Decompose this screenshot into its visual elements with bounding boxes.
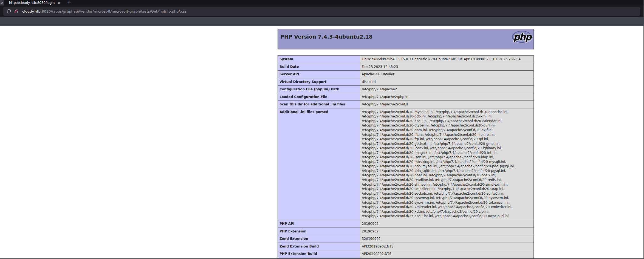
cutoff-close-button[interactable]: × [0, 0, 4, 5]
browser-window: × http://cloudy.htb:8080/login × + cloud [0, 0, 644, 259]
php-info-label: Build Date [278, 63, 360, 71]
shield-icon[interactable] [7, 9, 11, 14]
php-info-value: disabled [360, 78, 534, 86]
php-info-value: Linux c486d9925b40 5.15.0-71-generic #78… [360, 56, 534, 63]
php-info-label: Scan this dir for additional .ini files [278, 101, 360, 108]
php-info-value: /etc/php/7.4/apache2/conf.d [360, 101, 534, 108]
url-domain: cloudy.htb [22, 9, 41, 13]
php-info-row: Scan this dir for additional .ini files/… [278, 101, 534, 108]
php-info-row: Virtual Directory Supportdisabled [278, 78, 534, 86]
php-info-row: Additional .ini files parsed/etc/php/7.4… [278, 108, 534, 220]
insecure-lock-icon[interactable] [14, 9, 18, 13]
php-info-value: 320190902 [360, 235, 534, 243]
php-info-value: Feb 23 2023 12:43:23 [360, 63, 534, 71]
php-info-value: Apache 2.0 Handler [360, 71, 534, 78]
php-logo-text: php [513, 31, 532, 42]
php-info-row: Loaded Configuration File/etc/php/7.4/ap… [278, 93, 534, 101]
php-info-label: Loaded Configuration File [278, 93, 360, 101]
url-path: :8080//apps/graphapi/vendor/microsoft/mi… [41, 9, 187, 13]
php-info-value: API20190902,NTS [360, 250, 534, 258]
php-info-value: no [360, 258, 534, 258]
bookmarks-bar [0, 17, 643, 26]
php-info-row: SystemLinux c486d9925b40 5.15.0-71-gener… [278, 56, 534, 63]
php-info-label: Virtual Directory Support [278, 78, 360, 86]
php-info-row: PHP Extension20190902 [278, 228, 534, 235]
phpinfo-content: PHP Version 7.4.3-4ubuntu2.18 php System… [278, 26, 534, 258]
tab-close-button[interactable]: × [57, 1, 60, 5]
php-info-value: /etc/php/7.4/apache2 [360, 86, 534, 93]
php-info-value: /etc/php/7.4/apache2/conf.d/10-mysqlnd.i… [360, 108, 534, 220]
close-icon: × [1, 1, 4, 5]
navigation-toolbar: cloudy.htb:8080//apps/graphapi/vendor/mi… [0, 5, 643, 17]
php-info-value: API320190902,NTS [360, 243, 534, 250]
php-info-label: Zend Extension [278, 235, 360, 243]
php-info-value: 20190902 [360, 228, 534, 235]
php-info-label: PHP Extension Build [278, 250, 360, 258]
php-info-value: /etc/php/7.4/apache2/php.ini [360, 93, 534, 101]
new-tab-button[interactable]: + [67, 1, 71, 5]
php-logo[interactable]: php [512, 30, 533, 44]
php-info-label: Additional .ini files parsed [278, 108, 360, 220]
url-text: cloudy.htb:8080//apps/graphapi/vendor/mi… [22, 9, 187, 13]
php-info-row: Debug Buildno [278, 258, 534, 258]
url-input[interactable]: cloudy.htb:8080//apps/graphapi/vendor/mi… [3, 7, 640, 16]
active-tab[interactable]: http://cloudy.htb:8080/login × [4, 0, 60, 5]
php-info-row: Zend Extension320190902 [278, 235, 534, 243]
page-title: PHP Version 7.4.3-4ubuntu2.18 [280, 34, 533, 40]
php-info-row: Build DateFeb 23 2023 12:43:23 [278, 63, 534, 71]
page-content: PHP Version 7.4.3-4ubuntu2.18 php System… [0, 26, 643, 258]
php-info-value: 20190902 [360, 220, 534, 228]
php-info-label: Configuration File (php.ini) Path [278, 86, 360, 93]
php-info-row: PHP Extension BuildAPI20190902,NTS [278, 250, 534, 258]
php-info-table: SystemLinux c486d9925b40 5.15.0-71-gener… [278, 55, 534, 258]
php-info-label: Zend Extension Build [278, 243, 360, 250]
php-info-row: Configuration File (php.ini) Path/etc/ph… [278, 86, 534, 93]
phpinfo-header: PHP Version 7.4.3-4ubuntu2.18 php [278, 29, 534, 49]
tab-title: http://cloudy.htb:8080/login [9, 1, 55, 5]
php-info-row: Server APIApache 2.0 Handler [278, 71, 534, 78]
php-info-row: Zend Extension BuildAPI320190902,NTS [278, 243, 534, 250]
php-info-label: PHP Extension [278, 228, 360, 235]
php-info-label: PHP API [278, 220, 360, 228]
php-info-label: System [278, 56, 360, 63]
php-info-label: Debug Build [278, 258, 360, 258]
php-info-label: Server API [278, 71, 360, 78]
tab-bar: × http://cloudy.htb:8080/login × + [0, 0, 643, 5]
php-info-row: PHP API20190902 [278, 220, 534, 228]
